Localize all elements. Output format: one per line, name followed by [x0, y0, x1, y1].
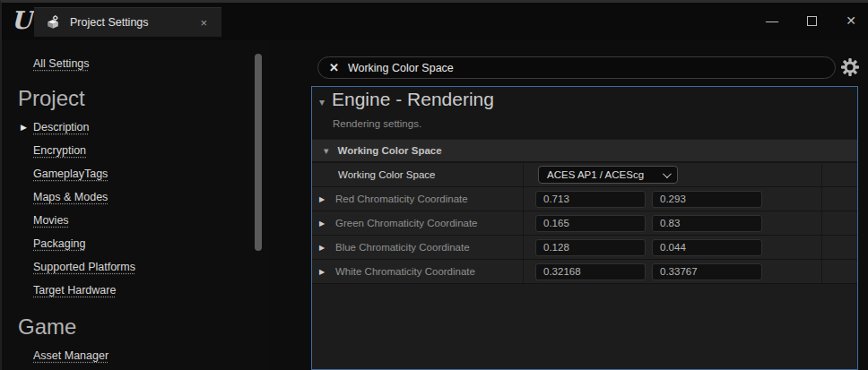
titlebar: U Project Settings × — ✕: [2, 3, 868, 40]
sidebar-item-description[interactable]: ▶ Description: [2, 116, 271, 139]
project-settings-box-gear-icon: [45, 14, 61, 30]
row-green-chromaticity: ▶ Green Chromaticity Coordinate: [312, 211, 857, 236]
sidebar-item-target-hardware[interactable]: Target Hardware: [2, 279, 271, 302]
settings-gear-icon[interactable]: [841, 58, 859, 76]
search-bar[interactable]: ✕: [317, 56, 836, 79]
row-label: Green Chromaticity Coordinate: [312, 218, 478, 228]
row-working-color-space: Working Color Space ACES AP1 / ACEScg: [312, 163, 857, 187]
sidebar-item-encryption[interactable]: Encryption: [2, 139, 271, 162]
row-red-chromaticity: ▶ Red Chromaticity Coordinate: [312, 187, 857, 211]
row-label-cell: ▶ Blue Chromaticity Coordinate: [312, 236, 524, 259]
row-value-cell: ACES AP1 / ACEScg: [524, 163, 822, 186]
main-area: ✕ ▾ Engine - Ren: [271, 40, 868, 370]
row-label-cell: ▶ Red Chromaticity Coordinate: [312, 187, 524, 211]
row-label: White Chromaticity Coordinate: [312, 266, 475, 277]
category-collapse-caret-icon[interactable]: ▾: [324, 145, 329, 157]
sidebar-scrollbar[interactable]: [255, 54, 262, 251]
maximize-button[interactable]: [800, 9, 823, 32]
sidebar-item-label[interactable]: GameplayTags: [2, 162, 271, 185]
row-white-chromaticity: ▶ White Chromaticity Coordinate: [312, 260, 857, 284]
expand-caret-icon[interactable]: ▶: [319, 268, 325, 276]
row-label-cell: ▶ White Chromaticity Coordinate: [312, 260, 524, 283]
settings-sidebar: All Settings Project ▶ Description Encry…: [2, 40, 271, 370]
maximize-icon: [807, 16, 817, 26]
white-y-input[interactable]: [652, 263, 762, 280]
category-label: Working Color Space: [338, 145, 442, 156]
unreal-logo-icon: U: [9, 5, 34, 36]
sidebar-item-label[interactable]: Target Hardware: [2, 279, 271, 302]
green-y-input[interactable]: [652, 215, 762, 232]
expand-caret-icon[interactable]: ▶: [319, 219, 325, 228]
reset-column: [822, 163, 857, 186]
sidebar-item-label[interactable]: Supported Platforms: [2, 255, 271, 279]
settings-rows: Working Color Space ACES AP1 / ACEScg ▶ …: [312, 163, 857, 284]
row-label-cell: Working Color Space: [312, 163, 524, 186]
row-value-cell: [524, 260, 822, 283]
row-value-cell: [524, 211, 822, 235]
row-blue-chromaticity: ▶ Blue Chromaticity Coordinate: [312, 236, 857, 260]
red-y-input[interactable]: [652, 191, 762, 208]
section-subtitle: Rendering settings.: [333, 118, 421, 129]
row-label-cell: ▶ Green Chromaticity Coordinate: [312, 211, 524, 235]
sidebar-item-label[interactable]: Encryption: [2, 139, 271, 162]
sidebar-item-label[interactable]: Packaging: [2, 232, 271, 255]
sidebar-heading-game: Game: [2, 314, 271, 340]
window-controls: — ✕: [760, 8, 863, 33]
red-x-input[interactable]: [535, 191, 646, 208]
row-value-cell: [524, 187, 822, 211]
sidebar-project-list: ▶ Description Encryption GameplayTags Ma…: [2, 116, 271, 302]
dropdown-selected-value: ACES AP1 / ACEScg: [547, 169, 644, 180]
section-collapse-caret-icon[interactable]: ▾: [319, 96, 325, 108]
sidebar-item-supported-platforms[interactable]: Supported Platforms: [2, 255, 271, 279]
panel-empty-area: [312, 284, 857, 369]
white-x-input[interactable]: [535, 263, 646, 280]
sidebar-item-label[interactable]: Maps & Modes: [2, 185, 271, 209]
tab-project-settings[interactable]: Project Settings ×: [34, 7, 221, 37]
blue-y-input[interactable]: [652, 239, 762, 256]
search-input[interactable]: [348, 62, 835, 74]
green-x-input[interactable]: [535, 215, 646, 232]
row-label: Red Chromaticity Coordinate: [312, 194, 468, 204]
reset-column: [822, 236, 857, 259]
sidebar-item-movies[interactable]: Movies: [2, 209, 271, 232]
row-label: Working Color Space: [312, 169, 435, 180]
expand-caret-icon[interactable]: ▶: [319, 195, 325, 203]
tab-title: Project Settings: [70, 16, 196, 29]
blue-x-input[interactable]: [535, 239, 646, 256]
expand-caret-icon[interactable]: ▶: [319, 244, 325, 252]
project-settings-window: U Project Settings × — ✕ All Settings: [0, 0, 868, 370]
color-space-dropdown[interactable]: ACES AP1 / ACEScg: [538, 166, 678, 184]
clear-search-icon[interactable]: ✕: [318, 61, 348, 74]
engine-rendering-panel: ▾ Engine - Rendering Rendering settings.…: [311, 86, 858, 370]
sidebar-item-gameplaytags[interactable]: GameplayTags: [2, 162, 271, 185]
reset-column: [822, 211, 857, 235]
sidebar-item-label[interactable]: Asset Manager: [2, 344, 271, 367]
sidebar-item-all-settings[interactable]: All Settings: [2, 52, 271, 75]
sidebar-game-list: Asset Manager: [2, 344, 271, 367]
row-label: Blue Chromaticity Coordinate: [312, 242, 470, 253]
sidebar-heading-project: Project: [2, 86, 271, 111]
sidebar-item-asset-manager[interactable]: Asset Manager: [2, 344, 271, 367]
reset-column: [822, 260, 857, 283]
row-value-cell: [524, 236, 822, 259]
expand-caret-icon[interactable]: ▶: [21, 116, 27, 139]
sidebar-item-packaging[interactable]: Packaging: [2, 232, 271, 255]
minimize-button[interactable]: —: [760, 9, 784, 32]
close-button[interactable]: ✕: [839, 9, 863, 32]
chevron-down-icon: [663, 169, 672, 178]
sidebar-item-label[interactable]: Description: [2, 116, 271, 139]
sidebar-item-maps-modes[interactable]: Maps & Modes: [2, 185, 271, 209]
sidebar-item-label[interactable]: Movies: [2, 209, 271, 232]
tab-close-icon[interactable]: ×: [196, 14, 211, 31]
section-title: Engine - Rendering: [332, 89, 494, 110]
reset-column: [822, 187, 857, 211]
category-working-color-space[interactable]: ▾ Working Color Space: [312, 139, 857, 162]
